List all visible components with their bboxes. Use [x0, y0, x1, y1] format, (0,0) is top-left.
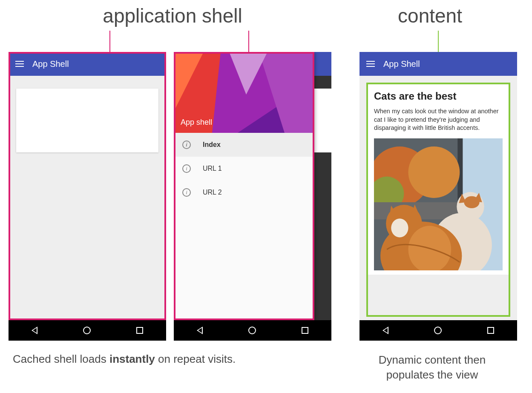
hamburger-icon[interactable] — [15, 61, 24, 67]
phone-content: App Shell Cats are the best When my cats… — [359, 52, 517, 341]
article-image-cats — [374, 138, 503, 270]
info-icon: i — [182, 141, 191, 149]
back-icon[interactable] — [32, 327, 37, 334]
hamburger-icon[interactable] — [366, 61, 375, 67]
caption-shell: Cached shell loads instantly on repeat v… — [9, 353, 341, 382]
article-heading: Cats are the best — [374, 90, 503, 102]
drawer-item-url1[interactable]: i URL 1 — [174, 157, 314, 181]
content-card: Cats are the best When my cats look out … — [366, 83, 510, 275]
info-icon: i — [182, 188, 191, 197]
empty-content-card — [16, 89, 158, 152]
label-application-shell: application shell — [9, 4, 336, 27]
drawer-item-label: URL 2 — [203, 189, 222, 196]
connector-content — [438, 31, 439, 52]
connector-shell-2 — [248, 31, 249, 52]
navigation-drawer: App shell i Index i URL 1 i URL 2 — [174, 52, 314, 320]
connector-shell-1 — [109, 31, 110, 52]
home-icon[interactable] — [434, 327, 442, 334]
android-nav-bar — [359, 320, 517, 341]
drawer-title: App shell — [181, 118, 212, 127]
svg-point-10 — [408, 146, 460, 198]
recents-icon[interactable] — [136, 327, 143, 334]
app-bar: App Shell — [359, 52, 517, 76]
drawer-item-label: Index — [203, 141, 221, 149]
back-icon[interactable] — [382, 327, 388, 334]
home-icon[interactable] — [83, 327, 91, 334]
app-title: App Shell — [32, 59, 69, 69]
recents-icon[interactable] — [487, 327, 494, 334]
drawer-item-index[interactable]: i Index — [174, 133, 314, 157]
home-icon[interactable] — [248, 327, 256, 334]
label-content: content — [336, 4, 523, 27]
app-title: App Shell — [383, 59, 420, 69]
connector-lines — [9, 31, 523, 52]
info-icon: i — [182, 164, 191, 173]
caption-content: Dynamic content then populates the view — [341, 353, 523, 382]
android-nav-bar — [174, 320, 331, 341]
drawer-header: App shell — [174, 52, 314, 133]
article-body: When my cats look out the window at anot… — [374, 107, 503, 132]
app-bar: App Shell — [9, 52, 166, 76]
phone-shell-empty: App Shell — [9, 52, 166, 341]
back-icon[interactable] — [197, 327, 203, 334]
drawer-item-label: URL 1 — [203, 165, 222, 172]
android-nav-bar — [9, 320, 166, 341]
phone-shell-drawer: App shell i Index i URL 1 i URL 2 — [174, 52, 331, 341]
drawer-scrim — [314, 52, 331, 320]
drawer-item-url2[interactable]: i URL 2 — [174, 181, 314, 204]
recents-icon[interactable] — [302, 327, 308, 334]
svg-point-22 — [391, 218, 408, 237]
svg-point-17 — [464, 196, 479, 208]
